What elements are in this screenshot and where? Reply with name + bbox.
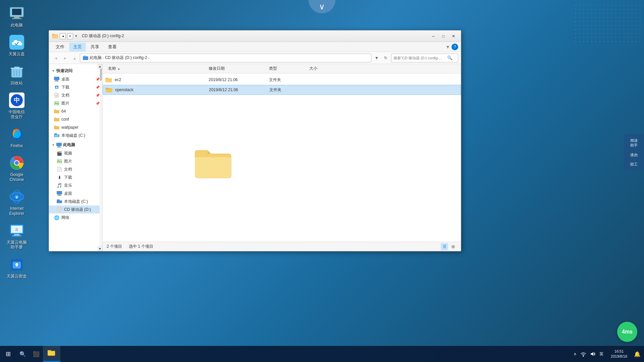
sidebar-item-desktop2[interactable]: 桌面 (49, 189, 102, 197)
sidebar-64-label: 64 (61, 109, 66, 114)
desktop-icon-tianyi-lock[interactable]: 天翼云密盒 (3, 254, 30, 281)
title-bar-quick-actions: ◂ ≡ ▼ (60, 33, 78, 39)
title-bar-dropdown-icon[interactable]: ▼ (74, 33, 78, 39)
menu-file[interactable]: 文件 (52, 43, 68, 51)
close-button[interactable]: ✕ (449, 33, 458, 40)
chevron-down-button[interactable]: ∨ (309, 0, 335, 13)
sidebar-item-downloads[interactable]: 下载 📌 (49, 83, 102, 91)
menu-view[interactable]: 查看 (104, 43, 121, 51)
col-header-type[interactable]: 类型 (266, 66, 307, 71)
tianyi-lock-icon (9, 256, 25, 273)
tray-overflow-button[interactable]: ∧ (572, 350, 578, 358)
sidebar-item-wallpaper[interactable]: wallpaper (49, 123, 102, 131)
svg-rect-24 (14, 234, 19, 235)
col-header-date[interactable]: 修改日期 (206, 66, 266, 71)
taskbar-file-explorer-app[interactable] (43, 346, 60, 362)
back-button[interactable]: ◂ (52, 54, 60, 62)
sidebar-local-c2-label: 本地磁盘 (C:) (64, 199, 88, 204)
svg-point-61 (583, 355, 584, 357)
help-button[interactable]: ? (451, 44, 458, 50)
sidebar-documents-label: 文档 (61, 93, 69, 98)
file-item-ec2[interactable]: ec2 2019/8/12 21:06 文件夹 (103, 75, 461, 85)
openstack-file-date: 2019/8/12 21:06 (209, 87, 269, 92)
forward-button[interactable]: ▸ (61, 54, 69, 62)
breadcrumb-cd-drive[interactable]: CD 驱动器 (D:) config-2 (105, 55, 147, 61)
maximize-button[interactable]: □ (439, 33, 448, 40)
downloads-sidebar-icon (54, 84, 60, 90)
sidebar-item-pictures2[interactable]: 图片 (49, 157, 102, 165)
openstack-file-name: openstack (115, 87, 209, 92)
notification-center-button[interactable]: 🔔 (631, 346, 644, 362)
address-dropdown-btn[interactable]: ▼ (373, 54, 381, 62)
read-helper-button[interactable]: 阅读 助手 (625, 137, 643, 149)
svg-rect-35 (55, 81, 59, 81)
search-input[interactable] (393, 56, 447, 60)
tools-button[interactable]: 部工 (625, 161, 643, 168)
start-button[interactable]: ⊞ (0, 346, 16, 362)
this-pc-expand-icon[interactable]: ▼ (52, 143, 55, 147)
menu-share[interactable]: 共享 (87, 43, 103, 51)
svg-rect-39 (54, 101, 59, 105)
sidebar-item-conf[interactable]: conf (49, 115, 102, 123)
tray-language-indicator[interactable]: 英 (598, 351, 605, 358)
desktop-icon-china-telecom[interactable]: 中 中国电信 营业厅 (3, 90, 30, 121)
breadcrumb-this-pc[interactable]: 此电脑 (90, 55, 102, 61)
no-disturb-button[interactable]: 请勿 (625, 151, 643, 159)
desktop-icon-label-this-pc: 此电脑 (11, 23, 23, 27)
desktop-icon-tianyi-pc[interactable]: 云 天翼云电脑 助手册 (3, 221, 30, 252)
taskbar-clock[interactable]: 16:51 2019/8/16 (607, 349, 631, 359)
sidebar-item-pictures[interactable]: 图片 📌 (49, 99, 102, 107)
ec2-file-date: 2019/8/12 21:06 (209, 77, 269, 82)
ribbon-collapse-btn[interactable]: ▼ (445, 44, 450, 50)
status-selected: 选中 1 个项目 (129, 244, 153, 249)
col-header-size[interactable]: 大小 (307, 66, 340, 71)
desktop-icon-recycle[interactable]: 回收站 (3, 61, 30, 87)
tray-network-icon[interactable] (579, 350, 587, 358)
minimize-button[interactable]: ─ (429, 33, 438, 40)
ec2-file-name: ec2 (115, 77, 209, 82)
view-details-btn[interactable]: ☰ (441, 243, 448, 250)
sidebar-item-music[interactable]: 🎵 音乐 (49, 181, 102, 189)
documents2-icon (56, 166, 62, 172)
address-path[interactable]: 此电脑 › CD 驱动器 (D:) config-2 › (80, 54, 371, 62)
svg-rect-33 (54, 77, 59, 80)
desktop-icon-ie[interactable]: e Internet Explorer (3, 187, 30, 218)
title-bar-back-btn[interactable]: ◂ (60, 33, 66, 39)
sidebar-item-64[interactable]: 64 (49, 107, 102, 115)
sidebar-item-documents[interactable]: 文档 📌 (49, 91, 102, 99)
file-item-openstack[interactable]: openstack 2019/8/12 21:06 文件夹 (103, 85, 461, 95)
desktop-icon-this-pc[interactable]: 此电脑 (3, 3, 30, 29)
search-box[interactable]: 🔍 (391, 54, 458, 62)
quick-access-expand-icon[interactable]: ▼ (52, 69, 55, 73)
col-header-name[interactable]: 名称 ▲ (105, 66, 206, 71)
taskbar-search-button[interactable]: 🔍 (16, 346, 30, 362)
file-list: ec2 2019/8/12 21:06 文件夹 ope (103, 73, 461, 242)
sidebar-item-desktop[interactable]: 桌面 📌 (49, 75, 102, 83)
sidebar-item-documents2[interactable]: 文档 (49, 165, 102, 173)
menu-home[interactable]: 主页 (69, 43, 86, 51)
sidebar-item-downloads2[interactable]: ⬇ 下载 (49, 173, 102, 181)
quick-access-label: 快速访问 (56, 68, 72, 74)
dot-pattern-decoration (574, 3, 641, 44)
recycle-icon (9, 63, 25, 79)
sidebar-item-videos[interactable]: 🎬 视频 (49, 149, 102, 157)
local-c-icon (54, 132, 60, 138)
desktop-icon-tianyi-cloud[interactable]: 天翼云盘 (3, 32, 30, 58)
desktop-icon-firefox[interactable]: Firefox (3, 124, 30, 150)
sidebar-scroll-up[interactable]: ▲ (98, 64, 102, 69)
sidebar-scroll-down[interactable]: ▼ (98, 246, 102, 251)
sidebar-item-local-c2[interactable]: 本地磁盘 (C:) (49, 197, 102, 205)
sidebar-item-network[interactable]: 🌐 网络 (49, 214, 102, 222)
sidebar-item-local-c[interactable]: 本地磁盘 (C:) (49, 131, 102, 139)
task-view-button[interactable]: ⬛ (30, 346, 43, 362)
sidebar-item-cd-d[interactable]: CD 驱动器 (D:) (49, 205, 102, 214)
up-button[interactable]: ▴ (70, 54, 78, 62)
view-large-btn[interactable]: ⊞ (449, 243, 457, 250)
address-refresh-btn[interactable]: ↻ (382, 54, 390, 62)
svg-rect-51 (58, 194, 61, 195)
title-bar-properties-btn[interactable]: ≡ (67, 33, 73, 39)
sidebar-network-label: 网络 (61, 215, 69, 221)
tray-volume-icon[interactable] (589, 350, 597, 358)
desktop-icon-google-chrome[interactable]: Google Chrome (3, 153, 30, 184)
sidebar-scroll-thumb[interactable] (100, 67, 102, 81)
